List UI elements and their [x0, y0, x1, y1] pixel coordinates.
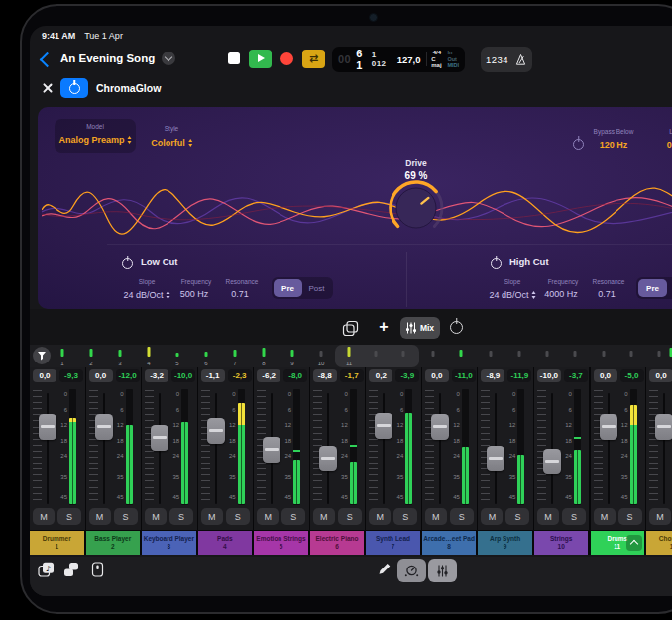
solo-button[interactable]: S — [450, 508, 474, 525]
post-button[interactable]: Post — [302, 279, 331, 297]
solo-button[interactable]: S — [338, 508, 362, 525]
volume-value[interactable]: 0,0 — [594, 369, 617, 382]
pencil-icon[interactable] — [377, 561, 392, 576]
style-value[interactable]: Colorful — [151, 137, 192, 149]
track-led-slot[interactable]: 5 — [169, 345, 185, 367]
play-button[interactable] — [249, 50, 272, 68]
mute-button[interactable]: M — [537, 508, 559, 525]
resonance-value[interactable]: 0.71 — [231, 289, 249, 299]
track-led-slot[interactable] — [453, 345, 469, 367]
track-led-slot[interactable] — [483, 345, 499, 367]
solo-button[interactable]: S — [169, 508, 193, 525]
count-in-group[interactable]: 1234 — [481, 47, 532, 72]
track-led-slot[interactable]: 2 — [83, 345, 99, 367]
volume-value[interactable]: 0,2 — [369, 369, 392, 382]
volume-value[interactable]: -6,2 — [257, 369, 280, 382]
fader-handle[interactable] — [319, 446, 337, 471]
track-name-tag[interactable]: Synth Lead7 — [366, 531, 420, 555]
track-led-slot[interactable] — [368, 345, 384, 367]
fader-handle[interactable] — [95, 414, 113, 440]
track-led-slot[interactable] — [425, 345, 441, 367]
frequency-value[interactable]: 500 Hz — [180, 289, 209, 299]
track-name-tag[interactable]: Emotion Strings5 — [254, 531, 308, 555]
mute-button[interactable]: M — [369, 508, 391, 525]
track-name-tag[interactable]: Bass Player2 — [86, 531, 141, 555]
slope-value[interactable]: 24 dB/Oct — [489, 289, 535, 301]
level-value[interactable]: 0.0 — [667, 140, 672, 150]
duplicate-icon[interactable] — [342, 320, 359, 337]
mix-toggle[interactable]: Mix — [400, 317, 440, 339]
back-chevron-icon[interactable] — [40, 52, 56, 68]
pre-button[interactable]: Pre — [274, 279, 302, 297]
fader-handle[interactable] — [431, 414, 449, 440]
track-led-slot[interactable]: 8 — [256, 345, 272, 367]
track-led-slot[interactable] — [539, 345, 555, 367]
track-led-slot[interactable]: 9 — [284, 345, 300, 367]
stop-button[interactable] — [228, 52, 240, 64]
plugin-power-button[interactable] — [60, 78, 88, 98]
solo-button[interactable]: S — [393, 508, 417, 525]
fader-handle[interactable] — [655, 414, 672, 440]
solo-button[interactable]: S — [226, 508, 250, 525]
resonance-value[interactable]: 0.71 — [598, 289, 616, 299]
fader-handle[interactable] — [151, 425, 168, 451]
track-led-slot[interactable]: 1 — [55, 345, 70, 367]
track-led-slot[interactable] — [567, 345, 583, 367]
volume-value[interactable]: 0,0 — [33, 369, 56, 382]
mute-button[interactable]: M — [201, 508, 223, 525]
solo-button[interactable]: S — [281, 508, 305, 525]
track-led-slot[interactable]: 6 — [198, 345, 214, 367]
loops-browser-icon[interactable]: ♪ — [38, 562, 55, 577]
mute-button[interactable]: M — [89, 508, 111, 525]
volume-value[interactable]: -10,0 — [537, 369, 561, 382]
volume-value[interactable]: 0,0 — [649, 369, 672, 382]
track-led-slot[interactable]: 3 — [112, 345, 128, 367]
bypass-power-icon[interactable] — [573, 136, 584, 154]
close-icon[interactable] — [42, 82, 54, 94]
volume-value[interactable]: 0,0 — [89, 369, 113, 382]
drive-knob[interactable] — [385, 174, 448, 242]
track-led-slot[interactable]: 7 — [227, 345, 243, 367]
track-led-slot[interactable]: 10 — [313, 345, 329, 367]
fader-handle[interactable] — [543, 449, 561, 474]
track-name-tag[interactable]: Drummer1 — [30, 531, 84, 555]
pre-button[interactable]: Pre — [638, 279, 667, 297]
live-loops-icon[interactable] — [63, 562, 79, 577]
fader-handle[interactable] — [39, 414, 56, 440]
fader-handle[interactable] — [263, 437, 280, 463]
track-name-tag[interactable]: Chorus V12 — [646, 531, 672, 555]
track-name-tag[interactable]: Arp Synth9 — [478, 531, 532, 555]
track-name-tag[interactable]: Electric Piano6 — [310, 531, 365, 555]
bypass-value[interactable]: 120 Hz — [600, 140, 628, 150]
track-led-slot[interactable] — [511, 345, 527, 367]
song-menu-button[interactable] — [162, 52, 175, 65]
track-name-tag[interactable]: Arcade…eet Pad8 — [422, 531, 477, 555]
mute-button[interactable]: M — [425, 508, 447, 525]
track-led-slot[interactable] — [623, 345, 639, 367]
frequency-value[interactable]: 4000 Hz — [544, 289, 578, 299]
collapse-button[interactable] — [626, 535, 642, 551]
volume-value[interactable]: -3,2 — [145, 369, 168, 382]
solo-button[interactable]: S — [618, 508, 642, 525]
solo-button[interactable]: S — [562, 508, 586, 525]
solo-button[interactable]: S — [57, 508, 81, 525]
slope-value[interactable]: 24 dB/Oct — [123, 289, 169, 301]
track-led-slot[interactable] — [596, 345, 612, 367]
fader-handle[interactable] — [375, 413, 392, 439]
lowcut-power-icon[interactable] — [122, 256, 133, 273]
record-button[interactable] — [280, 52, 293, 65]
mute-button[interactable]: M — [649, 508, 671, 525]
solo-button[interactable]: S — [114, 508, 138, 525]
track-name-tag[interactable]: Keyboard Player3 — [142, 531, 196, 555]
solo-button[interactable]: S — [505, 508, 529, 525]
track-led-slot[interactable]: 11 — [341, 345, 357, 367]
mute-button[interactable]: M — [33, 508, 55, 525]
cycle-button[interactable]: ⇄ — [302, 50, 325, 68]
mute-button[interactable]: M — [594, 508, 616, 525]
volume-value[interactable]: -1,1 — [201, 369, 225, 382]
track-name-tag[interactable]: Pads4 — [198, 531, 253, 555]
lcd-display[interactable]: 00 6 1 1 012 127,0 4/4 C maj In Out MIDI — [332, 47, 465, 72]
volume-value[interactable]: -8,9 — [481, 369, 504, 382]
mute-button[interactable]: M — [313, 508, 335, 525]
mixer-power-button[interactable] — [450, 320, 463, 338]
